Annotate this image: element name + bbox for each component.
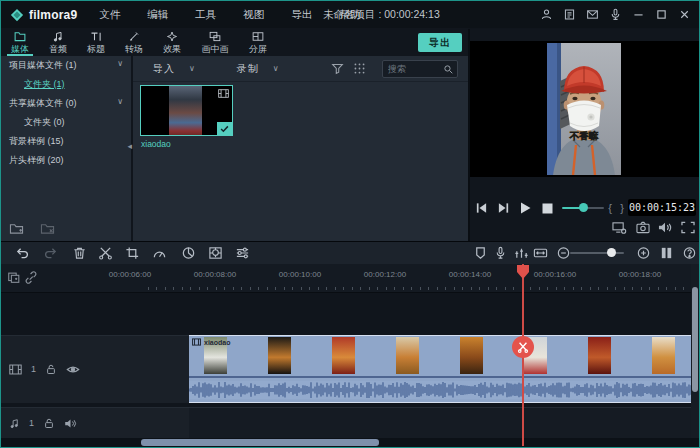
ruler-tick bbox=[675, 287, 676, 290]
tree-item-project-media[interactable]: 项目媒体文件 (1)∨ bbox=[1, 56, 131, 75]
zoom-to-fit-icon[interactable] bbox=[533, 246, 548, 260]
media-thumbnail bbox=[169, 86, 202, 135]
tree-item-intro-samples[interactable]: 片头样例 (20) bbox=[1, 151, 131, 170]
fullscreen-icon[interactable] bbox=[680, 221, 696, 234]
vertical-scrollbar[interactable] bbox=[691, 264, 699, 438]
tree-item-shared-media[interactable]: 共享媒体文件 (0)∨ bbox=[1, 94, 131, 113]
redo-icon[interactable] bbox=[43, 246, 58, 260]
mute-speaker-icon[interactable] bbox=[64, 418, 77, 429]
eye-icon[interactable] bbox=[66, 364, 80, 375]
minimize-button[interactable] bbox=[632, 8, 645, 21]
add-marker-icon[interactable] bbox=[7, 271, 21, 284]
export-button[interactable]: 导出 bbox=[418, 33, 462, 52]
split-scissors-icon[interactable] bbox=[98, 246, 113, 260]
timeline-ruler[interactable]: 00:00:06:0000:00:08:0000:00:10:0000:00:1… bbox=[1, 264, 699, 293]
play-button[interactable] bbox=[514, 200, 536, 216]
tab-transitions[interactable]: 转场 bbox=[115, 28, 153, 56]
horizontal-scrollbar[interactable] bbox=[1, 438, 699, 448]
adjustment-icon[interactable] bbox=[235, 246, 250, 260]
link-icon[interactable] bbox=[24, 271, 38, 284]
tree-item-background-samples[interactable]: 背景样例 (15) bbox=[1, 132, 131, 151]
menu-export[interactable]: 导出 bbox=[291, 8, 312, 22]
video-track-header: 1 bbox=[1, 335, 190, 403]
add-folder-icon[interactable] bbox=[9, 222, 24, 235]
menu-file[interactable]: 文件 bbox=[99, 8, 120, 22]
delete-folder-icon[interactable] bbox=[40, 222, 55, 235]
search-icon[interactable] bbox=[443, 64, 454, 75]
timeline-zoom-slider[interactable] bbox=[570, 252, 624, 254]
ruler-tick bbox=[564, 287, 565, 290]
filter-icon[interactable] bbox=[331, 62, 344, 75]
audio-mixer-icon[interactable] bbox=[514, 246, 529, 260]
mark-in-icon[interactable]: { bbox=[604, 202, 616, 214]
media-item-xiaodao[interactable] bbox=[140, 85, 233, 136]
lock-icon[interactable] bbox=[43, 417, 55, 429]
record-voiceover-icon[interactable] bbox=[493, 246, 508, 260]
zoom-in-icon[interactable] bbox=[636, 246, 651, 260]
ruler-tick bbox=[513, 287, 514, 290]
zoom-slider-knob[interactable] bbox=[607, 248, 616, 257]
ruler-tick bbox=[437, 287, 438, 290]
playhead-pin[interactable] bbox=[516, 264, 530, 280]
stop-button[interactable] bbox=[536, 200, 558, 216]
tab-titles[interactable]: 标题 bbox=[77, 28, 115, 56]
close-button[interactable] bbox=[678, 8, 691, 21]
collapse-panel-icon[interactable]: ◂ bbox=[127, 142, 132, 151]
hscroll-thumb[interactable] bbox=[141, 439, 379, 446]
news-icon[interactable] bbox=[563, 8, 576, 21]
preview-viewport[interactable]: 不香嘛 bbox=[470, 41, 699, 177]
chevron-down-icon[interactable]: ∨ bbox=[117, 97, 123, 106]
next-frame-button[interactable] bbox=[492, 200, 514, 216]
account-icon[interactable] bbox=[540, 8, 553, 21]
tab-audio[interactable]: 音频 bbox=[39, 28, 77, 56]
tab-media[interactable]: 媒体 bbox=[1, 28, 39, 56]
mark-out-icon[interactable]: } bbox=[616, 202, 628, 214]
clip-audio-divider bbox=[189, 376, 693, 378]
microphone-icon[interactable] bbox=[609, 8, 622, 21]
menu-tools[interactable]: 工具 bbox=[195, 8, 216, 22]
folder-icon bbox=[14, 31, 26, 42]
cut-clip-button[interactable] bbox=[512, 336, 534, 358]
speed-icon[interactable] bbox=[152, 246, 167, 260]
record-dropdown[interactable]: 录制∨ bbox=[237, 62, 279, 76]
undo-icon[interactable] bbox=[15, 246, 30, 260]
app-name: filmora9 bbox=[29, 8, 77, 22]
chevron-down-icon[interactable]: ∨ bbox=[117, 59, 123, 68]
color-correction-icon[interactable] bbox=[181, 246, 196, 260]
audio-track-lane[interactable] bbox=[189, 407, 699, 439]
menu-view[interactable]: 视图 bbox=[243, 8, 264, 22]
zoom-out-icon[interactable] bbox=[556, 246, 571, 260]
volume-slider[interactable] bbox=[562, 200, 604, 216]
selected-check-icon bbox=[217, 122, 232, 135]
vscroll-thumb[interactable] bbox=[692, 287, 698, 392]
import-dropdown[interactable]: 导入∨ bbox=[153, 62, 195, 76]
timeline-clip-xiaodao[interactable]: xiaodao bbox=[189, 335, 693, 403]
tab-effects[interactable]: 效果 bbox=[153, 28, 191, 56]
grid-view-icon[interactable] bbox=[353, 62, 366, 75]
double-bars-icon[interactable] bbox=[659, 246, 674, 260]
video-caption: 不香嘛 bbox=[569, 130, 599, 141]
music-note-icon bbox=[52, 31, 64, 42]
crop-icon[interactable] bbox=[125, 246, 140, 260]
search-input[interactable] bbox=[383, 64, 443, 74]
menu-edit[interactable]: 编辑 bbox=[147, 8, 168, 22]
tab-split-screen[interactable]: 分屏 bbox=[239, 28, 277, 56]
slider-knob[interactable] bbox=[579, 203, 588, 212]
video-track-icon bbox=[9, 364, 22, 375]
lock-icon[interactable] bbox=[45, 363, 57, 375]
motion-tracking-icon[interactable] bbox=[208, 246, 223, 260]
delete-icon[interactable] bbox=[72, 246, 87, 260]
previous-frame-button[interactable] bbox=[470, 200, 492, 216]
ruler-tick bbox=[428, 287, 429, 290]
help-icon[interactable] bbox=[682, 246, 697, 260]
speaker-icon[interactable] bbox=[657, 221, 673, 234]
maximize-button[interactable] bbox=[655, 8, 668, 21]
tree-item-folder-0[interactable]: 文件夹 (0) bbox=[1, 113, 131, 132]
snapshot-camera-icon[interactable] bbox=[635, 221, 651, 234]
marker-icon[interactable] bbox=[473, 246, 488, 260]
display-settings-icon[interactable] bbox=[611, 221, 627, 234]
tab-pip[interactable]: 画中画 bbox=[191, 28, 239, 56]
tree-item-folder-1[interactable]: 文件夹 (1) bbox=[1, 75, 131, 94]
feedback-mail-icon[interactable] bbox=[586, 8, 599, 21]
audio-track-number: 1 bbox=[29, 418, 34, 428]
